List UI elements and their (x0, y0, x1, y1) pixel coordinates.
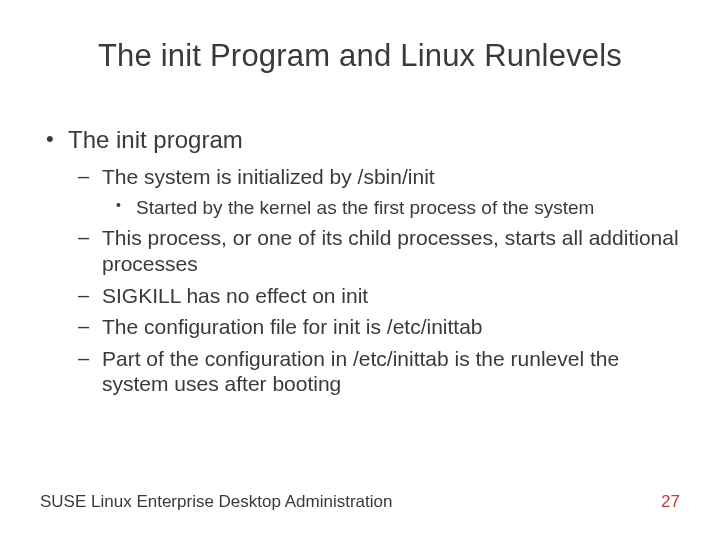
bullet-lvl1: The init program The system is initializ… (40, 126, 680, 397)
bullet-text: The system is initialized by /sbin/init (102, 165, 435, 188)
bullet-text: Started by the kernel as the first proce… (136, 197, 594, 218)
footer-text: SUSE Linux Enterprise Desktop Administra… (40, 492, 392, 512)
bullet-lvl3: Started by the kernel as the first proce… (102, 196, 680, 220)
bullet-list: The init program The system is initializ… (40, 126, 680, 397)
slide: The init Program and Linux Runlevels The… (0, 0, 720, 540)
bullet-lvl2: Part of the configuration in /etc/initta… (68, 346, 680, 397)
bullet-lvl2: The configuration file for init is /etc/… (68, 314, 680, 340)
bullet-text: Part of the configuration in /etc/initta… (102, 347, 619, 396)
bullet-text: The configuration file for init is /etc/… (102, 315, 483, 338)
bullet-text: The init program (68, 126, 243, 153)
bullet-lvl2: This process, or one of its child proces… (68, 225, 680, 276)
bullet-text: This process, or one of its child proces… (102, 226, 679, 275)
slide-footer: SUSE Linux Enterprise Desktop Administra… (40, 492, 680, 512)
bullet-sublist: The system is initialized by /sbin/init … (68, 164, 680, 397)
slide-title: The init Program and Linux Runlevels (40, 38, 680, 74)
bullet-subsublist: Started by the kernel as the first proce… (102, 196, 680, 220)
page-number: 27 (661, 492, 680, 512)
bullet-text: SIGKILL has no effect on init (102, 284, 368, 307)
bullet-lvl2: The system is initialized by /sbin/init … (68, 164, 680, 219)
bullet-lvl2: SIGKILL has no effect on init (68, 283, 680, 309)
